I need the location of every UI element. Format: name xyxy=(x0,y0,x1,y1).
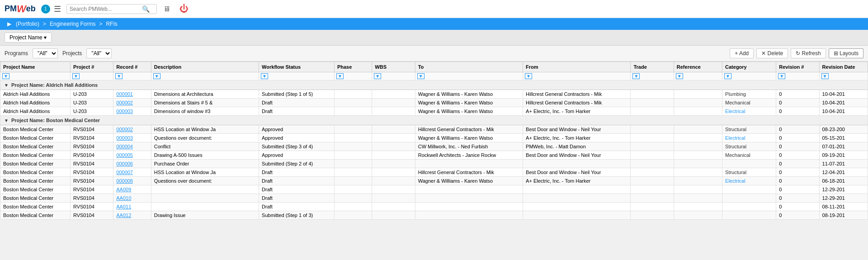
cell-record[interactable]: 000002 xyxy=(113,125,151,134)
table-row[interactable]: Boston Medical CenterRVS0104AA010Draft01… xyxy=(0,194,868,203)
filter-workflow[interactable]: ▼ xyxy=(261,73,268,79)
programs-select[interactable]: "All" xyxy=(33,48,58,58)
cell-revision-date: 07-01-201 xyxy=(819,142,868,151)
record-link[interactable]: 000004 xyxy=(116,144,133,149)
filter-trade[interactable]: ▼ xyxy=(632,73,640,79)
table-row[interactable]: Boston Medical CenterRVS0104000003Questi… xyxy=(0,134,868,142)
table-row[interactable]: Boston Medical CenterRVS0104000004Confli… xyxy=(0,142,868,151)
cell-record[interactable]: 000003 xyxy=(113,107,151,116)
cell-workflow: Draft xyxy=(259,168,335,177)
cell-record[interactable]: 000006 xyxy=(113,160,151,168)
record-link[interactable]: 000007 xyxy=(116,170,133,175)
table-row[interactable]: Boston Medical CenterRVS0104AA011Draft00… xyxy=(0,203,868,211)
cell-project-num: RVS0104 xyxy=(70,177,113,185)
layouts-button[interactable]: ⊞ Layouts xyxy=(829,48,863,58)
logo-pm: PM xyxy=(5,4,17,14)
cell-project-num: RVS0104 xyxy=(70,211,113,220)
record-link[interactable]: 000003 xyxy=(116,109,133,114)
cell-workflow: Submitted (Step 3 of 4) xyxy=(259,142,335,151)
cell-from xyxy=(523,194,631,203)
delete-button[interactable]: ✕ Delete xyxy=(756,48,788,58)
record-link[interactable]: AA009 xyxy=(116,187,131,192)
cell-revision: 0 xyxy=(776,107,819,116)
record-link[interactable]: 000003 xyxy=(116,135,133,141)
cell-record[interactable]: 000003 xyxy=(113,134,151,142)
group-row[interactable]: ▼Project Name: Aldrich Hall Additions xyxy=(0,80,868,90)
search-input[interactable] xyxy=(70,6,142,12)
record-link[interactable]: AA010 xyxy=(116,195,131,201)
table-row[interactable]: Boston Medical CenterRVS0104000008Questi… xyxy=(0,177,868,185)
cell-record[interactable]: AA010 xyxy=(113,194,151,203)
project-name-button[interactable]: Project Name ▾ xyxy=(5,33,52,43)
refresh-button[interactable]: ↻ Refresh xyxy=(791,48,826,58)
filter-phase[interactable]: ▼ xyxy=(336,73,344,79)
cell-record[interactable]: 000008 xyxy=(113,177,151,185)
record-link[interactable]: 000008 xyxy=(116,178,133,184)
cell-record[interactable]: 000005 xyxy=(113,151,151,160)
cell-record[interactable]: AA011 xyxy=(113,203,151,211)
group-row[interactable]: ▼Project Name: Boston Medical Center xyxy=(0,116,868,125)
filter-project-name[interactable]: ▼ xyxy=(2,73,9,79)
projects-select[interactable]: "All" xyxy=(86,48,112,58)
cell-record[interactable]: 000001 xyxy=(113,90,151,99)
cell-revision: 0 xyxy=(776,151,819,160)
cell-record[interactable]: AA012 xyxy=(113,211,151,220)
cell-wbs xyxy=(372,90,415,99)
cell-revision-date: 08-19-201 xyxy=(819,211,868,220)
table-row[interactable]: Boston Medical CenterRVS0104AA012Drawing… xyxy=(0,211,868,220)
cell-trade xyxy=(631,107,674,116)
cell-record[interactable]: 000002 xyxy=(113,99,151,107)
col-from: From xyxy=(523,62,631,72)
record-link[interactable]: AA012 xyxy=(116,213,131,218)
cell-phase xyxy=(334,125,372,134)
breadcrumb-portfolio[interactable]: (Portfolio) xyxy=(16,21,39,27)
filter-project-num[interactable]: ▼ xyxy=(72,73,80,79)
filter-record[interactable]: ▼ xyxy=(115,73,123,79)
record-link[interactable]: 000002 xyxy=(116,100,133,105)
filter-bar: Programs "All" Projects "All" + Add ✕ De… xyxy=(0,46,868,61)
cell-to: Wagner & Williams - Karen Watso xyxy=(415,177,523,185)
cell-phase xyxy=(334,151,372,160)
monitor-icon[interactable]: 🖥 xyxy=(163,5,170,13)
table-row[interactable]: Aldrich Hall AdditionsU-203000003Dimensi… xyxy=(0,107,868,116)
record-link[interactable]: 000006 xyxy=(116,161,133,166)
cell-from: Best Door and Window - Neil Your xyxy=(523,125,631,134)
record-link[interactable]: 000002 xyxy=(116,127,133,132)
cell-record[interactable]: 000004 xyxy=(113,142,151,151)
table-row[interactable]: Boston Medical CenterRVS0104AA009Draft01… xyxy=(0,185,868,194)
table-row[interactable]: Boston Medical CenterRVS0104000006Purcha… xyxy=(0,160,868,168)
breadcrumb-current: RFIs xyxy=(106,21,117,27)
table-row[interactable]: Boston Medical CenterRVS0104000007HSS Lo… xyxy=(0,168,868,177)
filter-from[interactable]: ▼ xyxy=(525,73,532,79)
search-icon[interactable]: 🔍 xyxy=(142,5,150,13)
collapse-icon[interactable]: ▼ xyxy=(4,118,9,123)
table-row[interactable]: Boston Medical CenterRVS0104000002HSS Lo… xyxy=(0,125,868,134)
table-row[interactable]: Boston Medical CenterRVS0104000005Drawin… xyxy=(0,151,868,160)
filter-wbs[interactable]: ▼ xyxy=(374,73,381,79)
record-link[interactable]: 000001 xyxy=(116,91,133,97)
filter-description[interactable]: ▼ xyxy=(153,73,160,79)
breadcrumb-engineering[interactable]: Engineering Forms xyxy=(50,21,95,27)
cell-phase xyxy=(334,160,372,168)
filter-category[interactable]: ▼ xyxy=(724,73,731,79)
cell-record[interactable]: AA009 xyxy=(113,185,151,194)
record-link[interactable]: 000005 xyxy=(116,152,133,158)
table-row[interactable]: Aldrich Hall AdditionsU-203000001Dimensi… xyxy=(0,90,868,99)
collapse-icon[interactable]: ▼ xyxy=(4,83,9,88)
filter-reference[interactable]: ▼ xyxy=(676,73,683,79)
cell-trade xyxy=(631,203,674,211)
table-row[interactable]: Aldrich Hall AdditionsU-203000002Dimensi… xyxy=(0,99,868,107)
power-icon[interactable]: ⏻ xyxy=(179,4,189,14)
cell-to xyxy=(415,160,523,168)
cell-record[interactable]: 000007 xyxy=(113,168,151,177)
cell-revision: 0 xyxy=(776,142,819,151)
cell-revision-date: 10-04-201 xyxy=(819,90,868,99)
filter-revision[interactable]: ▼ xyxy=(778,73,785,79)
add-button[interactable]: + Add xyxy=(730,48,754,58)
cell-wbs xyxy=(372,134,415,142)
cell-description: Conflict xyxy=(151,142,259,151)
filter-to[interactable]: ▼ xyxy=(417,73,425,79)
filter-revision-date[interactable]: ▼ xyxy=(821,73,829,79)
record-link[interactable]: AA011 xyxy=(116,204,131,209)
menu-icon[interactable]: ☰ xyxy=(54,4,61,14)
